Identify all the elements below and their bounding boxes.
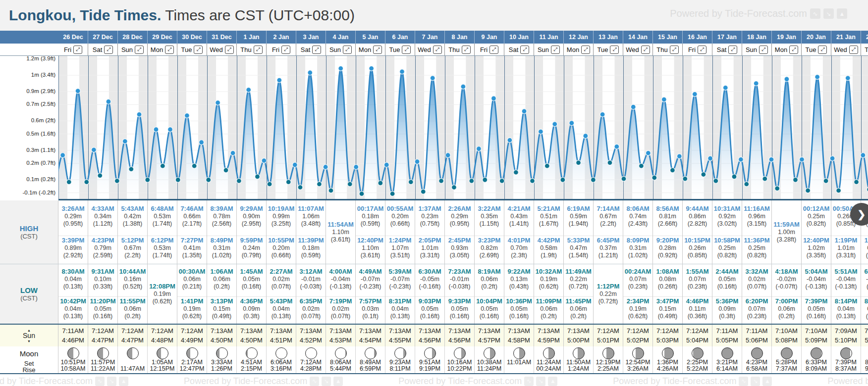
day-expand-button[interactable]: Sun ⤢ bbox=[742, 44, 772, 55]
expand-icon[interactable]: ⤢ bbox=[135, 46, 144, 54]
day-expand-button[interactable]: Thu ⤢ bbox=[861, 44, 868, 55]
high-tide-height-ft: (1.21ft) bbox=[594, 252, 623, 259]
day-expand-button[interactable]: Mon ⤢ bbox=[356, 44, 385, 55]
high-tide-entry: 8:09PM 0.31m (1.02ft) bbox=[623, 236, 652, 260]
low-tide-height-m: -0.03m bbox=[861, 276, 868, 283]
low-tide-height-ft: (0.49ft) bbox=[207, 313, 236, 320]
low-tide-height-m: 0.04m bbox=[267, 305, 296, 313]
day-expand-button[interactable]: Mon ⤢ bbox=[148, 44, 177, 55]
low-tide-height-ft: (-0.03ft) bbox=[445, 283, 474, 290]
date-header-cell: 26 Dec bbox=[58, 31, 88, 44]
low-tide-entry: 3:47PM 0.15m (0.49ft) bbox=[653, 296, 682, 321]
expand-icon[interactable]: ⤢ bbox=[551, 46, 560, 54]
sunrise-time: 7:10AM bbox=[805, 326, 827, 336]
expand-icon[interactable]: ⤢ bbox=[489, 46, 498, 54]
day-expand-button[interactable]: Fri ⤢ bbox=[475, 44, 504, 55]
expand-icon[interactable]: ⤢ bbox=[581, 46, 590, 54]
moon-cell: 1:36PM 4:26AM bbox=[653, 346, 683, 373]
low-tide-cell: 8:30AM 0.04m (0.13ft) 10:42PM 0.04m (0.1… bbox=[58, 264, 88, 324]
low-tide-entry: 10:44AM 0.16m (0.52ft) bbox=[118, 267, 147, 291]
sunrise-time: 7:13AM bbox=[419, 326, 441, 336]
low-tide-time: 11:09PM bbox=[534, 297, 563, 305]
high-tide-height-m: 0.41m bbox=[177, 244, 207, 252]
moon-cell: 8:06AM 5:44PM bbox=[326, 346, 356, 373]
low-tide-height-m: 0.09m bbox=[237, 305, 266, 313]
expand-icon[interactable]: ⤢ bbox=[194, 46, 203, 54]
date-label: 8 Jan bbox=[452, 34, 468, 41]
high-tide-height-m: 0.20m bbox=[385, 213, 415, 220]
day-expand-button[interactable]: Mon ⤢ bbox=[564, 44, 594, 55]
sunset-time: 4:52PM bbox=[300, 336, 322, 345]
low-tide-cell: 1:06AM 0.06m (0.2ft) 3:13PM 0.15m (0.49f… bbox=[207, 264, 237, 324]
day-expand-button[interactable]: Thu ⤢ bbox=[653, 44, 683, 55]
expand-icon[interactable]: ⤢ bbox=[73, 46, 82, 54]
day-expand-button[interactable]: Wed ⤢ bbox=[207, 44, 237, 55]
day-expand-button[interactable]: Sat ⤢ bbox=[296, 44, 326, 55]
day-expand-button[interactable]: Sun ⤢ bbox=[326, 44, 356, 55]
day-expand-button[interactable]: Sun ⤢ bbox=[118, 44, 148, 55]
high-tide-time: 8:06AM bbox=[623, 205, 652, 213]
expand-icon[interactable]: ⤢ bbox=[462, 46, 471, 54]
low-tide-time: 7:19PM bbox=[326, 297, 355, 305]
low-tide-entry: 11:45PM 0.06m (0.2ft) bbox=[564, 296, 593, 321]
day-expand-button[interactable]: Fri ⤢ bbox=[267, 44, 296, 55]
expand-icon[interactable]: ⤢ bbox=[849, 46, 858, 54]
day-expand-button[interactable]: Tue ⤢ bbox=[802, 44, 831, 55]
expand-icon[interactable]: ⤢ bbox=[670, 46, 679, 54]
high-tide-height-ft: (2.69ft) bbox=[475, 252, 504, 259]
low-tide-height-ft: (0.16ft) bbox=[88, 313, 117, 320]
day-expand-button[interactable]: Fri ⤢ bbox=[683, 44, 712, 55]
day-expand-button[interactable]: Thu ⤢ bbox=[237, 44, 267, 55]
day-expand-button[interactable]: Wed ⤢ bbox=[831, 44, 861, 55]
expand-icon[interactable]: ⤢ bbox=[789, 46, 798, 54]
expand-icon[interactable]: ⤢ bbox=[759, 46, 768, 54]
weekday-label: Wed bbox=[626, 46, 639, 53]
expand-icon[interactable]: ⤢ bbox=[373, 46, 382, 54]
high-tide-height-m: 0.29m bbox=[58, 213, 88, 220]
day-expand-button[interactable]: Thu ⤢ bbox=[445, 44, 475, 55]
day-expand-button[interactable]: Tue ⤢ bbox=[385, 44, 415, 55]
expand-icon[interactable]: ⤢ bbox=[165, 46, 174, 54]
sunset-time: 4:49PM bbox=[181, 336, 203, 345]
day-expand-button[interactable]: Sat ⤢ bbox=[712, 44, 742, 55]
day-expand-button[interactable]: Wed ⤢ bbox=[623, 44, 653, 55]
day-expand-button[interactable]: Sun ⤢ bbox=[534, 44, 564, 55]
expand-icon[interactable]: ⤢ bbox=[728, 46, 737, 54]
low-tide-time: 5:04AM bbox=[802, 268, 831, 276]
low-tide-entry: 1:45AM 0.05m (0.16ft) bbox=[237, 267, 266, 291]
high-tide-height-m: 0.66m bbox=[177, 213, 207, 220]
high-tide-cell: 6:19AM 0.59m (1.94ft) 5:33PM 0.47m (1.54… bbox=[564, 200, 594, 264]
low-tide-height-m: 0.04m bbox=[861, 305, 868, 313]
watermark-text: Powered by Tide-Forecast.com bbox=[827, 376, 868, 386]
day-expand-button[interactable]: Fri ⤢ bbox=[58, 44, 88, 55]
expand-icon[interactable]: ⤢ bbox=[610, 46, 619, 54]
day-expand-button[interactable]: Sat ⤢ bbox=[88, 44, 118, 55]
expand-icon[interactable]: ⤢ bbox=[641, 46, 650, 54]
day-expand-button[interactable]: Sat ⤢ bbox=[504, 44, 534, 55]
expand-icon[interactable]: ⤢ bbox=[225, 46, 234, 54]
expand-icon[interactable]: ⤢ bbox=[343, 46, 352, 54]
expand-icon[interactable]: ⤢ bbox=[402, 46, 411, 54]
expand-icon[interactable]: ⤢ bbox=[520, 46, 529, 54]
weekday-label: Wed bbox=[418, 46, 431, 53]
high-tide-time: 5:43AM bbox=[118, 205, 147, 213]
high-tide-height-m: 0.31m bbox=[207, 244, 236, 252]
day-expand-button[interactable]: Mon ⤢ bbox=[772, 44, 802, 55]
expand-icon[interactable]: ⤢ bbox=[698, 46, 706, 54]
expand-icon[interactable]: ⤢ bbox=[818, 46, 827, 54]
low-tide-entry: 9:33PM 0.05m (0.16ft) bbox=[445, 296, 474, 321]
day-expand-button[interactable]: Wed ⤢ bbox=[415, 44, 445, 55]
day-expand-button[interactable]: Tue ⤢ bbox=[594, 44, 623, 55]
expand-icon[interactable]: ⤢ bbox=[433, 46, 442, 54]
expand-icon[interactable]: ⤢ bbox=[254, 46, 263, 54]
high-tide-cell: 9:44AM 0.86m (2.82ft) 10:15PM 0.26m (0.8… bbox=[683, 200, 712, 264]
day-expand-button[interactable]: Tue ⤢ bbox=[177, 44, 207, 55]
expand-icon[interactable]: ⤢ bbox=[104, 46, 113, 54]
low-tide-height-m: 0.02m bbox=[296, 305, 326, 313]
expand-icon[interactable]: ⤢ bbox=[312, 46, 321, 54]
low-tide-entry: 5:36PM 0.09m (0.3ft) bbox=[712, 296, 742, 321]
low-tide-entry: 8:30AM 0.04m (0.13ft) bbox=[58, 267, 88, 291]
high-tide-entry: 4:23PM 0.79m (2.59ft) bbox=[88, 236, 117, 260]
high-tide-time: 10:15PM bbox=[683, 237, 712, 244]
expand-icon[interactable]: ⤢ bbox=[281, 46, 290, 54]
